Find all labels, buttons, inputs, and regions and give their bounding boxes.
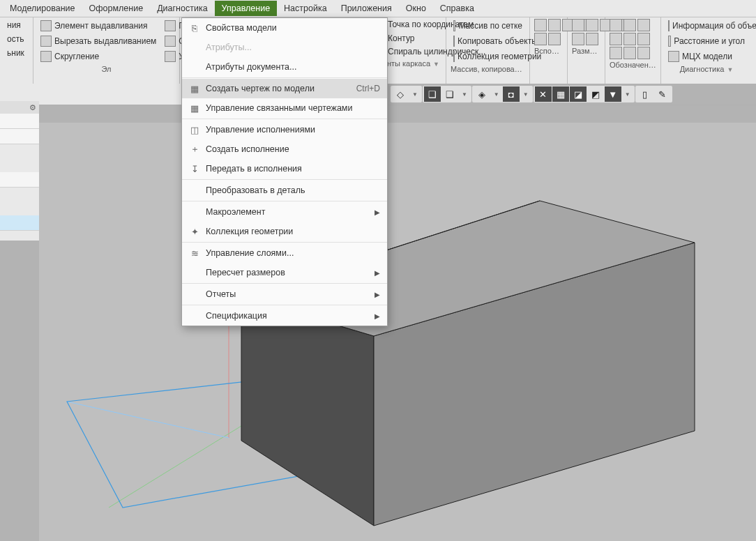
point-coord-button[interactable]: Точка по координатам — [385, 19, 441, 31]
spiral-button[interactable]: Спираль цилиндрическ... — [385, 46, 441, 58]
designation-icon[interactable] — [637, 47, 650, 59]
dropdown-item-icon: ＋ — [188, 143, 202, 155]
dropdown-item[interactable]: ▦Управление связанными чертежами — [182, 98, 387, 118]
array-icon — [453, 20, 455, 31]
dropdown-item-shortcut: Ctrl+D — [356, 84, 380, 93]
submenu-arrow-icon: ▶ — [375, 208, 380, 216]
dropdown-item-icon: ↧ — [188, 164, 202, 174]
menu-diagnostics[interactable]: Диагностика — [150, 1, 214, 16]
dropdown-item[interactable]: Спецификация▶ — [182, 306, 387, 326]
geometry-collection-button[interactable]: Коллекция геометрии — [451, 49, 525, 63]
fillet-icon — [40, 51, 52, 62]
menu-manage[interactable]: Управление — [215, 1, 278, 16]
aux-icon[interactable] — [548, 19, 561, 31]
dim-icon[interactable] — [586, 19, 598, 31]
qbtn[interactable]: ❑ — [441, 86, 458, 102]
aux-icon[interactable] — [548, 33, 561, 45]
dropdown-item-icon: ✦ — [188, 227, 202, 237]
dropdown-item[interactable]: ⎘Свойства модели — [182, 18, 387, 38]
dropdown-item-icon: ◫ — [188, 125, 202, 135]
qbtn[interactable]: ◇ — [392, 86, 409, 102]
ribbon-cut-item[interactable]: ния — [4, 19, 29, 31]
designation-icon[interactable] — [610, 47, 622, 59]
designation-icon[interactable] — [637, 33, 650, 45]
menu-help[interactable]: Справка — [433, 1, 481, 16]
dropdown-item-label: Преобразовать в деталь — [202, 185, 380, 195]
menubar: Моделирование Оформление Диагностика Упр… — [0, 0, 756, 17]
qbtn[interactable]: ✎ — [654, 86, 671, 102]
designation-icon[interactable] — [623, 33, 636, 45]
designation-icon[interactable] — [610, 19, 622, 31]
array-grid-button[interactable]: Массив по сетке — [451, 19, 525, 33]
dropdown-item[interactable]: ↧Передать в исполнения — [182, 159, 387, 178]
dropdown-item-label: Управление связанными чертежами — [202, 103, 380, 113]
copy-objects-button[interactable]: Копировать объекты — [451, 34, 525, 48]
submenu-arrow-icon: ▶ — [375, 269, 380, 277]
designation-icon[interactable] — [610, 33, 622, 45]
dropdown-item-icon: ⎘ — [188, 23, 202, 33]
svg-line-2 — [67, 402, 229, 438]
draft-icon — [165, 51, 176, 62]
designation-icon[interactable] — [623, 19, 636, 31]
ribbon-cut-item[interactable]: ость — [4, 33, 29, 45]
designation-icon[interactable] — [637, 19, 650, 31]
object-info-button[interactable]: Информация об объекте — [665, 19, 748, 33]
distance-angle-button[interactable]: Расстояние и угол — [665, 34, 748, 48]
qbtn[interactable]: ◘ — [503, 86, 520, 102]
aux-icon[interactable] — [534, 19, 547, 31]
tree-row-selected[interactable] — [0, 215, 39, 231]
dropdown-item-label: Отчеты — [202, 289, 375, 299]
tree-row[interactable] — [0, 129, 39, 144]
extrude-button[interactable]: Элемент выдавливания — [38, 19, 159, 33]
svg-marker-4 — [241, 297, 374, 526]
dim-icon[interactable] — [572, 33, 584, 45]
qbtn[interactable]: ◩ — [587, 86, 604, 102]
extrude-icon — [40, 20, 52, 31]
3d-scene — [39, 123, 756, 541]
ribbon-cut-item[interactable]: ьник — [4, 47, 29, 59]
tree-row[interactable] — [0, 172, 39, 188]
dropdown-item[interactable]: ✦Коллекция геометрии — [182, 222, 387, 241]
mass-props-button[interactable]: МЦХ модели — [665, 49, 748, 63]
dropdown-item[interactable]: Отчеты▶ — [182, 284, 387, 304]
cut-extrude-icon — [40, 36, 52, 47]
dim-icon[interactable] — [586, 33, 598, 45]
dim-icon[interactable] — [572, 19, 584, 31]
qbtn[interactable]: ▦ — [552, 86, 569, 102]
submenu-arrow-icon: ▶ — [375, 312, 380, 320]
cut-extrude-button[interactable]: Вырезать выдавливанием — [38, 34, 159, 48]
dropdown-item[interactable]: ≋Управление слоями... — [182, 243, 387, 263]
panel-settings-icon[interactable]: ⚙ — [0, 101, 39, 114]
menu-apps[interactable]: Приложения — [334, 1, 399, 16]
tree-row[interactable] — [0, 114, 39, 129]
dropdown-item-label: Пересчет размеров — [202, 268, 375, 277]
menu-modeling[interactable]: Моделирование — [3, 1, 82, 16]
qbtn[interactable]: ◪ — [570, 86, 587, 102]
dropdown-item-icon: ▦ — [188, 103, 202, 114]
dropdown-item[interactable]: Пересчет размеров▶ — [182, 263, 387, 282]
contour-button[interactable]: Контур — [385, 32, 441, 45]
dropdown-item[interactable]: Атрибуты документа... — [182, 57, 387, 77]
dropdown-item[interactable]: ▦Создать чертеж по моделиCtrl+D — [182, 79, 387, 98]
dropdown-item[interactable]: ◫Управление исполнениями — [182, 120, 387, 139]
dropdown-item: Атрибуты... — [182, 38, 387, 57]
menu-design[interactable]: Оформление — [82, 1, 151, 16]
menu-settings[interactable]: Настройка — [277, 1, 334, 16]
qbtn[interactable]: ▯ — [637, 86, 653, 102]
qbtn-cube[interactable]: ❑ — [424, 86, 441, 102]
dropdown-item-label: Создать исполнение — [202, 144, 380, 154]
qbtn-filter[interactable]: ▼ — [605, 86, 621, 102]
dropdown-item-icon: ≋ — [188, 248, 202, 259]
dropdown-item-label: Свойства модели — [202, 23, 380, 33]
fillet-button[interactable]: Скругление — [38, 49, 159, 63]
dropdown-item[interactable]: Преобразовать в деталь — [182, 181, 387, 200]
aux-icon[interactable] — [534, 33, 547, 45]
menu-window[interactable]: Окно — [399, 1, 433, 16]
dropdown-item[interactable]: Макроэлемент▶ — [182, 202, 387, 222]
dropdown-item-label: Спецификация — [202, 311, 375, 321]
3d-viewport[interactable] — [39, 123, 756, 541]
qbtn[interactable]: ◈ — [474, 86, 490, 102]
dropdown-item[interactable]: ＋Создать исполнение — [182, 139, 387, 159]
qbtn[interactable]: ✕ — [535, 86, 552, 102]
designation-icon[interactable] — [623, 47, 636, 59]
